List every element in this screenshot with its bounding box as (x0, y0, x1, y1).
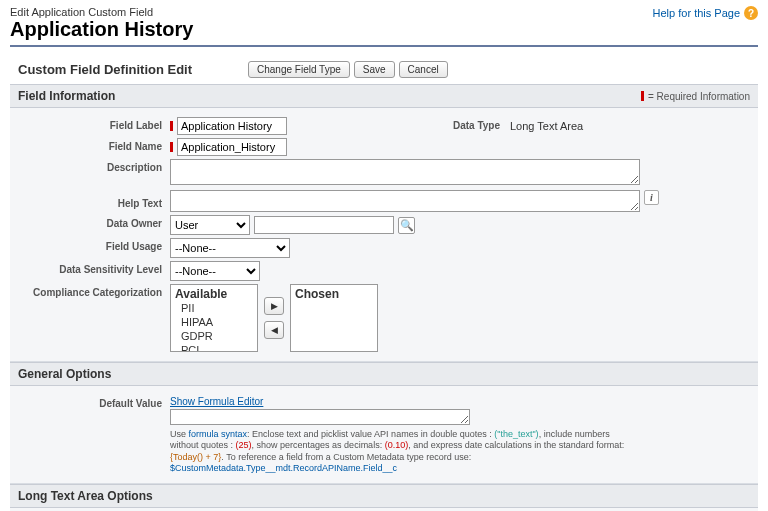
header-divider (10, 45, 758, 47)
help-label: Help for this Page (653, 7, 740, 19)
description-row: Description (18, 159, 750, 187)
list-item[interactable]: PII (175, 301, 253, 315)
compliance-label: Compliance Categorization (18, 284, 170, 298)
change-field-type-button[interactable]: Change Field Type (248, 61, 350, 78)
required-indicator-icon (170, 121, 173, 131)
longtext-section-header: Long Text Area Options (10, 484, 758, 508)
available-listbox[interactable]: Available PII HIPAA GDPR PCI (170, 284, 258, 352)
list-item[interactable]: GDPR (175, 329, 253, 343)
compliance-row: Compliance Categorization Available PII … (18, 284, 750, 352)
data-owner-lookup-input[interactable] (254, 216, 394, 234)
list-item[interactable]: HIPAA (175, 315, 253, 329)
field-label-input[interactable] (177, 117, 287, 135)
save-button[interactable]: Save (354, 61, 395, 78)
chosen-title: Chosen (295, 287, 373, 301)
data-owner-row: Data Owner User 🔍 (18, 215, 750, 235)
data-type-value: Long Text Area (510, 117, 583, 132)
move-right-button[interactable]: ▶ (264, 297, 284, 315)
formula-syntax-link[interactable]: formula syntax (189, 429, 248, 439)
field-label-label: Field Label (18, 117, 170, 131)
formula-helper-text: Use formula syntax: Enclose text and pic… (170, 429, 640, 474)
cancel-button[interactable]: Cancel (399, 61, 448, 78)
default-value-row: Default Value Show Formula Editor Use fo… (18, 395, 750, 474)
general-form: Default Value Show Formula Editor Use fo… (10, 386, 758, 484)
available-title: Available (175, 287, 253, 301)
field-name-row: Field Name (18, 138, 750, 156)
show-formula-editor-link[interactable]: Show Formula Editor (170, 396, 263, 407)
field-info-section-header: Field Information = Required Information (10, 84, 758, 108)
data-sensitivity-row: Data Sensitivity Level --None-- (18, 261, 750, 281)
field-label-row: Field Label Data Type Long Text Area (18, 117, 750, 135)
required-note-text: = Required Information (648, 91, 750, 102)
required-indicator-icon (170, 142, 173, 152)
field-usage-row: Field Usage --None-- (18, 238, 750, 258)
field-name-input[interactable] (177, 138, 287, 156)
list-item[interactable]: PCI (175, 343, 253, 352)
default-value-label: Default Value (18, 395, 170, 409)
field-info-title: Field Information (18, 89, 115, 103)
page-title: Application History (10, 18, 193, 41)
description-textarea[interactable] (170, 159, 640, 185)
general-section-header: General Options (10, 362, 758, 386)
help-text-row: Help Text i (18, 190, 750, 212)
description-label: Description (18, 159, 170, 173)
data-sensitivity-select[interactable]: --None-- (170, 261, 260, 281)
page-root: Edit Application Custom Field Applicatio… (0, 0, 768, 511)
field-usage-label: Field Usage (18, 238, 170, 252)
chosen-listbox[interactable]: Chosen (290, 284, 378, 352)
field-name-label: Field Name (18, 138, 170, 152)
help-link[interactable]: Help for this Page ? (653, 6, 758, 20)
move-left-button[interactable]: ◀ (264, 321, 284, 339)
field-info-form: Field Label Data Type Long Text Area Fie… (10, 108, 758, 362)
lookup-icon[interactable]: 🔍 (398, 217, 415, 234)
default-value-textarea[interactable] (170, 409, 470, 425)
move-button-group: ▶ ◀ (264, 297, 284, 339)
field-usage-select[interactable]: --None-- (170, 238, 290, 258)
info-icon[interactable]: i (644, 190, 659, 205)
required-indicator-icon (641, 91, 644, 101)
longtext-title: Long Text Area Options (18, 489, 153, 503)
required-note: = Required Information (641, 91, 750, 102)
help-icon: ? (744, 6, 758, 20)
duelling-listbox: Available PII HIPAA GDPR PCI ▶ ◀ Chosen (170, 284, 378, 352)
data-sensitivity-label: Data Sensitivity Level (18, 261, 170, 275)
help-text-label: Help Text (18, 190, 170, 209)
data-type-label: Data Type (450, 117, 510, 131)
data-owner-label: Data Owner (18, 215, 170, 229)
help-text-textarea[interactable] (170, 190, 640, 212)
breadcrumb: Edit Application Custom Field (10, 6, 193, 18)
data-owner-select[interactable]: User (170, 215, 250, 235)
page-header: Edit Application Custom Field Applicatio… (10, 6, 758, 41)
title-block: Edit Application Custom Field Applicatio… (10, 6, 193, 41)
general-title: General Options (18, 367, 111, 381)
toolbar: Custom Field Definition Edit Change Fiel… (10, 55, 758, 84)
edit-section-title: Custom Field Definition Edit (18, 62, 248, 77)
